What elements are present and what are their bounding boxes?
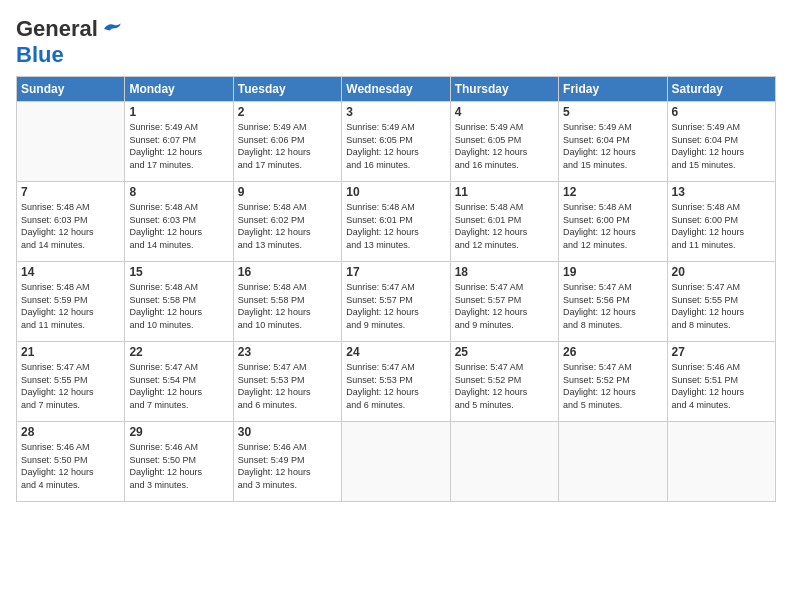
calendar-cell: 25Sunrise: 5:47 AM Sunset: 5:52 PM Dayli… [450,342,558,422]
calendar-cell: 6Sunrise: 5:49 AM Sunset: 6:04 PM Daylig… [667,102,775,182]
col-thursday: Thursday [450,77,558,102]
day-number: 10 [346,185,445,199]
col-tuesday: Tuesday [233,77,341,102]
day-number: 13 [672,185,771,199]
day-info: Sunrise: 5:47 AM Sunset: 5:52 PM Dayligh… [563,361,662,411]
calendar-cell: 29Sunrise: 5:46 AM Sunset: 5:50 PM Dayli… [125,422,233,502]
day-number: 6 [672,105,771,119]
week-row-2: 7Sunrise: 5:48 AM Sunset: 6:03 PM Daylig… [17,182,776,262]
calendar-cell: 4Sunrise: 5:49 AM Sunset: 6:05 PM Daylig… [450,102,558,182]
header-row: Sunday Monday Tuesday Wednesday Thursday… [17,77,776,102]
day-number: 14 [21,265,120,279]
day-number: 19 [563,265,662,279]
calendar-cell: 27Sunrise: 5:46 AM Sunset: 5:51 PM Dayli… [667,342,775,422]
day-info: Sunrise: 5:47 AM Sunset: 5:55 PM Dayligh… [672,281,771,331]
calendar-cell: 1Sunrise: 5:49 AM Sunset: 6:07 PM Daylig… [125,102,233,182]
calendar-cell [450,422,558,502]
day-info: Sunrise: 5:48 AM Sunset: 5:59 PM Dayligh… [21,281,120,331]
day-info: Sunrise: 5:47 AM Sunset: 5:56 PM Dayligh… [563,281,662,331]
day-info: Sunrise: 5:49 AM Sunset: 6:04 PM Dayligh… [563,121,662,171]
day-info: Sunrise: 5:47 AM Sunset: 5:52 PM Dayligh… [455,361,554,411]
day-info: Sunrise: 5:46 AM Sunset: 5:51 PM Dayligh… [672,361,771,411]
day-number: 7 [21,185,120,199]
col-saturday: Saturday [667,77,775,102]
day-info: Sunrise: 5:48 AM Sunset: 6:00 PM Dayligh… [563,201,662,251]
day-number: 2 [238,105,337,119]
day-number: 26 [563,345,662,359]
calendar-cell: 19Sunrise: 5:47 AM Sunset: 5:56 PM Dayli… [559,262,667,342]
calendar-cell: 10Sunrise: 5:48 AM Sunset: 6:01 PM Dayli… [342,182,450,262]
logo-general: General [16,16,98,42]
calendar-cell: 7Sunrise: 5:48 AM Sunset: 6:03 PM Daylig… [17,182,125,262]
day-number: 21 [21,345,120,359]
calendar-table: Sunday Monday Tuesday Wednesday Thursday… [16,76,776,502]
calendar-cell: 30Sunrise: 5:46 AM Sunset: 5:49 PM Dayli… [233,422,341,502]
day-number: 3 [346,105,445,119]
calendar-cell: 22Sunrise: 5:47 AM Sunset: 5:54 PM Dayli… [125,342,233,422]
calendar-cell [667,422,775,502]
day-info: Sunrise: 5:49 AM Sunset: 6:07 PM Dayligh… [129,121,228,171]
day-info: Sunrise: 5:48 AM Sunset: 6:01 PM Dayligh… [346,201,445,251]
week-row-5: 28Sunrise: 5:46 AM Sunset: 5:50 PM Dayli… [17,422,776,502]
day-number: 27 [672,345,771,359]
col-monday: Monday [125,77,233,102]
logo-bird-icon [100,20,124,38]
calendar-cell: 14Sunrise: 5:48 AM Sunset: 5:59 PM Dayli… [17,262,125,342]
day-number: 18 [455,265,554,279]
calendar-cell: 21Sunrise: 5:47 AM Sunset: 5:55 PM Dayli… [17,342,125,422]
calendar-cell: 2Sunrise: 5:49 AM Sunset: 6:06 PM Daylig… [233,102,341,182]
day-info: Sunrise: 5:46 AM Sunset: 5:50 PM Dayligh… [21,441,120,491]
day-info: Sunrise: 5:48 AM Sunset: 6:01 PM Dayligh… [455,201,554,251]
day-number: 16 [238,265,337,279]
day-number: 5 [563,105,662,119]
week-row-1: 1Sunrise: 5:49 AM Sunset: 6:07 PM Daylig… [17,102,776,182]
day-info: Sunrise: 5:49 AM Sunset: 6:06 PM Dayligh… [238,121,337,171]
day-number: 9 [238,185,337,199]
day-info: Sunrise: 5:49 AM Sunset: 6:05 PM Dayligh… [455,121,554,171]
logo-blue: Blue [16,42,64,68]
calendar-cell [559,422,667,502]
page-header: General Blue [16,16,776,68]
day-number: 20 [672,265,771,279]
calendar-cell: 13Sunrise: 5:48 AM Sunset: 6:00 PM Dayli… [667,182,775,262]
day-info: Sunrise: 5:47 AM Sunset: 5:55 PM Dayligh… [21,361,120,411]
week-row-3: 14Sunrise: 5:48 AM Sunset: 5:59 PM Dayli… [17,262,776,342]
calendar-cell: 24Sunrise: 5:47 AM Sunset: 5:53 PM Dayli… [342,342,450,422]
calendar-cell: 17Sunrise: 5:47 AM Sunset: 5:57 PM Dayli… [342,262,450,342]
calendar-cell: 18Sunrise: 5:47 AM Sunset: 5:57 PM Dayli… [450,262,558,342]
day-info: Sunrise: 5:48 AM Sunset: 6:02 PM Dayligh… [238,201,337,251]
calendar-cell [17,102,125,182]
day-number: 30 [238,425,337,439]
day-info: Sunrise: 5:49 AM Sunset: 6:04 PM Dayligh… [672,121,771,171]
calendar-cell: 28Sunrise: 5:46 AM Sunset: 5:50 PM Dayli… [17,422,125,502]
calendar-cell: 16Sunrise: 5:48 AM Sunset: 5:58 PM Dayli… [233,262,341,342]
day-info: Sunrise: 5:49 AM Sunset: 6:05 PM Dayligh… [346,121,445,171]
week-row-4: 21Sunrise: 5:47 AM Sunset: 5:55 PM Dayli… [17,342,776,422]
day-number: 24 [346,345,445,359]
day-info: Sunrise: 5:47 AM Sunset: 5:57 PM Dayligh… [346,281,445,331]
day-info: Sunrise: 5:48 AM Sunset: 5:58 PM Dayligh… [238,281,337,331]
day-number: 12 [563,185,662,199]
calendar-cell: 9Sunrise: 5:48 AM Sunset: 6:02 PM Daylig… [233,182,341,262]
calendar-cell: 3Sunrise: 5:49 AM Sunset: 6:05 PM Daylig… [342,102,450,182]
day-info: Sunrise: 5:47 AM Sunset: 5:54 PM Dayligh… [129,361,228,411]
logo: General Blue [16,16,124,68]
day-number: 22 [129,345,228,359]
day-number: 8 [129,185,228,199]
calendar-cell: 11Sunrise: 5:48 AM Sunset: 6:01 PM Dayli… [450,182,558,262]
calendar-cell: 20Sunrise: 5:47 AM Sunset: 5:55 PM Dayli… [667,262,775,342]
day-info: Sunrise: 5:46 AM Sunset: 5:50 PM Dayligh… [129,441,228,491]
calendar-cell: 23Sunrise: 5:47 AM Sunset: 5:53 PM Dayli… [233,342,341,422]
col-friday: Friday [559,77,667,102]
day-info: Sunrise: 5:47 AM Sunset: 5:57 PM Dayligh… [455,281,554,331]
calendar-cell: 12Sunrise: 5:48 AM Sunset: 6:00 PM Dayli… [559,182,667,262]
calendar-cell: 15Sunrise: 5:48 AM Sunset: 5:58 PM Dayli… [125,262,233,342]
calendar-cell: 26Sunrise: 5:47 AM Sunset: 5:52 PM Dayli… [559,342,667,422]
day-number: 17 [346,265,445,279]
day-info: Sunrise: 5:48 AM Sunset: 6:00 PM Dayligh… [672,201,771,251]
calendar-cell [342,422,450,502]
day-number: 28 [21,425,120,439]
day-info: Sunrise: 5:48 AM Sunset: 5:58 PM Dayligh… [129,281,228,331]
day-info: Sunrise: 5:47 AM Sunset: 5:53 PM Dayligh… [238,361,337,411]
day-number: 23 [238,345,337,359]
